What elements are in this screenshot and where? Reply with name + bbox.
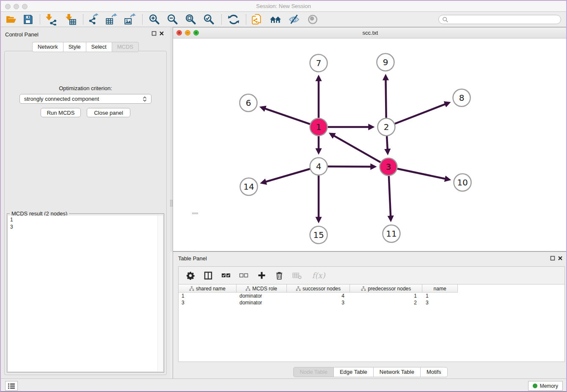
table-cell[interactable]: 1 (179, 293, 237, 299)
zoom-fit-icon[interactable] (184, 14, 197, 25)
column-header-name[interactable]: name (422, 284, 457, 293)
column-header-shared-name[interactable]: shared name (179, 284, 237, 293)
hierarchy-icon (189, 286, 194, 291)
delete-table-icon (292, 271, 302, 281)
import-table-from-file-icon[interactable] (64, 14, 77, 25)
close-panel-icon[interactable] (159, 31, 164, 36)
main-toolbar (1, 12, 566, 27)
graph-edge-3-1[interactable] (331, 134, 380, 163)
graph-edge-4-14[interactable] (262, 169, 310, 183)
result-scrollbar[interactable] (157, 215, 163, 371)
status-bar: Memory (1, 378, 566, 392)
table-cell[interactable]: dominator (237, 293, 287, 299)
column-header-label: successor nodes (303, 286, 341, 292)
control-panel-tabs: NetworkStyleSelectMCDS (1, 42, 170, 52)
create-column-plus-icon[interactable] (256, 271, 267, 281)
toolbar-divider (246, 14, 246, 25)
table-row[interactable]: 1dominator411 (179, 293, 564, 299)
table-tab-network-table[interactable]: Network Table (373, 367, 420, 377)
save-session-icon[interactable] (22, 14, 34, 25)
show-columns-icon[interactable] (203, 271, 213, 281)
graph-edge-2-3[interactable] (387, 136, 388, 152)
memory-button[interactable]: Memory (528, 381, 563, 391)
horizontal-splitter-handle[interactable] (192, 213, 198, 214)
delete-column-trash-icon[interactable] (274, 271, 284, 281)
table-header-row: shared nameMCDS rolesuccessor nodesprede… (179, 284, 458, 293)
control-tab-select[interactable]: Select (86, 42, 112, 52)
mcds-result-list[interactable]: 13 (8, 215, 163, 371)
graph-edge-1-6[interactable] (262, 108, 310, 124)
select-all-icon[interactable] (221, 271, 231, 281)
apply-preferred-layout-icon[interactable] (227, 14, 240, 25)
table-tabs: Node TableEdge TableNetwork TableMotifs (173, 367, 567, 377)
hide-graphics-details-icon[interactable] (288, 14, 300, 25)
graph-edge-2-9[interactable] (385, 76, 386, 118)
zoom-out-icon[interactable] (166, 14, 179, 25)
float-panel-icon[interactable] (151, 31, 157, 36)
graph-edge-4-3[interactable] (328, 166, 374, 167)
table-cell[interactable]: 3 (287, 299, 350, 306)
hierarchy-icon (245, 286, 250, 291)
export-table-icon[interactable] (105, 14, 118, 25)
control-tab-network[interactable]: Network (32, 42, 63, 52)
float-table-panel-icon[interactable] (550, 256, 555, 261)
show-graphics-details-icon (306, 14, 319, 25)
memory-label: Memory (540, 383, 558, 389)
table-tab-motifs[interactable]: Motifs (420, 367, 448, 377)
graph-edge-3-11[interactable] (389, 176, 391, 219)
run-mcds-button[interactable]: Run MCDS (41, 108, 81, 117)
first-neighbors-icon[interactable] (269, 14, 282, 25)
window-title: Session: New Session (1, 3, 566, 9)
zoom-selected-icon[interactable] (203, 14, 215, 25)
graph-node-label: 3 (386, 162, 391, 172)
table-cell[interactable]: 3 (423, 299, 458, 306)
zoom-in-icon[interactable] (148, 14, 161, 25)
table-body: 1dominator4113dominator323 (179, 293, 564, 306)
control-tab-style[interactable]: Style (63, 42, 86, 52)
graph-node-label: 2 (384, 122, 389, 132)
task-history-button[interactable] (5, 381, 18, 391)
search-box[interactable] (438, 15, 561, 24)
network-graph-canvas[interactable]: 1234678910111415 (173, 39, 567, 251)
column-header-label: MCDS role (252, 286, 277, 292)
table-cell[interactable]: 3 (179, 299, 237, 306)
column-header-label: shared name (196, 286, 226, 292)
open-session-icon[interactable] (5, 14, 17, 25)
column-header-successor-nodes[interactable]: successor nodes (287, 284, 350, 293)
table-cell[interactable]: dominator (237, 299, 287, 306)
export-image-icon[interactable] (124, 14, 136, 25)
table-cell[interactable]: 4 (287, 293, 350, 299)
function-builder-icon: f(x) (310, 271, 328, 281)
optimization-criterion-dropdown[interactable]: strongly connected component (19, 94, 151, 104)
close-panel-button[interactable]: Close panel (87, 108, 130, 117)
table-cell[interactable]: 1 (350, 293, 423, 299)
table-panel: Table Panel (173, 251, 567, 378)
graph-edge-2-8[interactable] (395, 103, 449, 124)
import-network-from-file-icon[interactable] (44, 14, 57, 25)
table-cell[interactable]: 2 (350, 299, 423, 306)
application-window: Session: New Session (0, 0, 567, 392)
hierarchy-icon (296, 286, 301, 291)
node-table[interactable]: shared nameMCDS rolesuccessor nodesprede… (178, 284, 565, 362)
clone-network-icon[interactable] (250, 14, 263, 25)
close-table-panel-icon[interactable] (558, 256, 563, 261)
search-input[interactable] (449, 17, 561, 22)
control-tab-mcds[interactable]: MCDS (112, 42, 139, 52)
column-header-predecessor-nodes[interactable]: predecessor nodes (350, 284, 422, 293)
table-options-gear-icon[interactable] (185, 271, 195, 281)
chevron-up-down-icon (143, 96, 147, 102)
column-header-MCDS-role[interactable]: MCDS role (237, 284, 287, 293)
table-panel-title: Table Panel (178, 255, 207, 262)
graph-node-label: 9 (383, 57, 388, 67)
column-header-label: predecessor nodes (368, 286, 411, 292)
table-cell[interactable]: 1 (423, 293, 458, 299)
export-network-icon[interactable] (87, 14, 100, 25)
table-row[interactable]: 3dominator323 (179, 299, 564, 306)
graph-edge-3-10[interactable] (397, 168, 449, 179)
deselect-all-icon[interactable] (239, 271, 249, 281)
graph-node-label: 6 (246, 98, 251, 108)
toolbar-divider (83, 14, 83, 25)
table-tab-node-table[interactable]: Node Table (293, 367, 333, 377)
table-tab-edge-table[interactable]: Edge Table (333, 367, 373, 377)
list-icon (8, 383, 15, 389)
